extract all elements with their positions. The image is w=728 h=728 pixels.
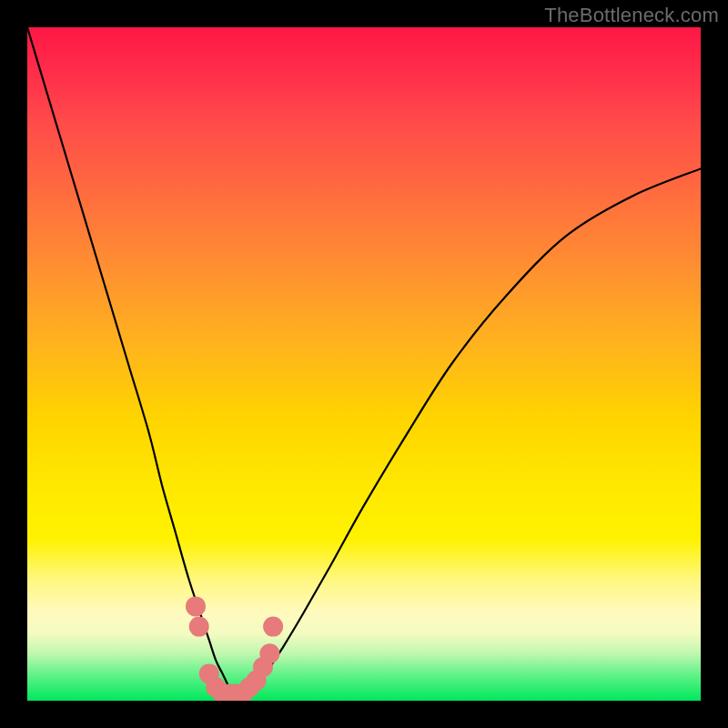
chart-frame: TheBottleneck.com	[0, 0, 728, 728]
highlight-dot	[189, 617, 209, 637]
highlight-dots	[186, 596, 283, 701]
watermark-text: TheBottleneck.com	[544, 4, 719, 27]
bottleneck-curve	[27, 27, 701, 695]
highlight-dot	[259, 643, 279, 663]
plot-area	[27, 27, 701, 701]
curve-layer	[27, 27, 701, 701]
highlight-dot	[263, 617, 283, 637]
highlight-dot	[186, 596, 206, 616]
